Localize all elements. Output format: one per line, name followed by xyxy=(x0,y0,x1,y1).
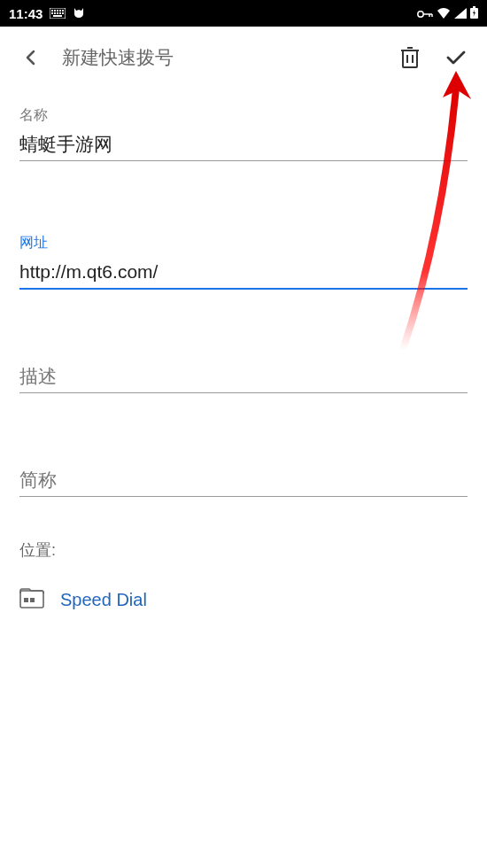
delete-button[interactable] xyxy=(395,43,425,73)
svg-rect-3 xyxy=(57,10,58,12)
vpn-key-icon xyxy=(417,6,433,21)
svg-rect-7 xyxy=(54,12,56,14)
status-left: 11:43 xyxy=(9,6,85,21)
description-field-group xyxy=(19,362,468,393)
status-bar: 11:43 xyxy=(0,0,487,27)
svg-rect-24 xyxy=(24,598,28,602)
url-field-group: 网址 xyxy=(19,234,468,290)
back-button[interactable] xyxy=(16,43,46,73)
url-input[interactable] xyxy=(19,258,468,290)
folder-icon xyxy=(19,587,44,612)
battery-icon xyxy=(470,6,478,21)
svg-rect-1 xyxy=(51,10,53,12)
svg-rect-8 xyxy=(57,12,58,14)
trash-icon xyxy=(399,45,421,70)
position-folder-name: Speed Dial xyxy=(60,590,147,610)
wifi-icon xyxy=(437,6,451,21)
cat-icon xyxy=(73,6,85,21)
keyboard-icon xyxy=(50,6,66,21)
svg-point-12 xyxy=(418,11,423,16)
name-field-group: 名称 xyxy=(19,106,468,161)
status-time: 11:43 xyxy=(9,6,43,21)
name-label: 名称 xyxy=(19,106,468,125)
confirm-button[interactable] xyxy=(441,43,471,73)
page-title: 新建快速拨号 xyxy=(62,45,379,70)
check-icon xyxy=(444,46,468,69)
svg-rect-10 xyxy=(62,12,64,14)
svg-rect-4 xyxy=(59,10,61,12)
svg-rect-18 xyxy=(403,50,417,67)
svg-rect-16 xyxy=(473,6,475,8)
position-folder-item[interactable]: Speed Dial xyxy=(0,561,487,639)
svg-rect-25 xyxy=(30,598,35,602)
svg-rect-11 xyxy=(53,15,62,17)
description-input[interactable] xyxy=(19,362,468,393)
shortname-field-group xyxy=(19,466,468,497)
svg-rect-9 xyxy=(59,12,61,14)
url-label: 网址 xyxy=(19,234,468,252)
shortname-input[interactable] xyxy=(19,466,468,497)
svg-rect-6 xyxy=(51,12,53,14)
back-arrow-icon xyxy=(21,48,41,67)
position-label: 位置: xyxy=(0,539,487,561)
svg-rect-2 xyxy=(54,10,56,12)
signal-icon xyxy=(454,6,467,21)
status-right xyxy=(417,6,478,21)
name-input[interactable] xyxy=(19,130,468,161)
header: 新建快速拨号 xyxy=(0,27,487,89)
svg-rect-5 xyxy=(62,10,64,12)
form: 名称 网址 xyxy=(0,106,487,497)
